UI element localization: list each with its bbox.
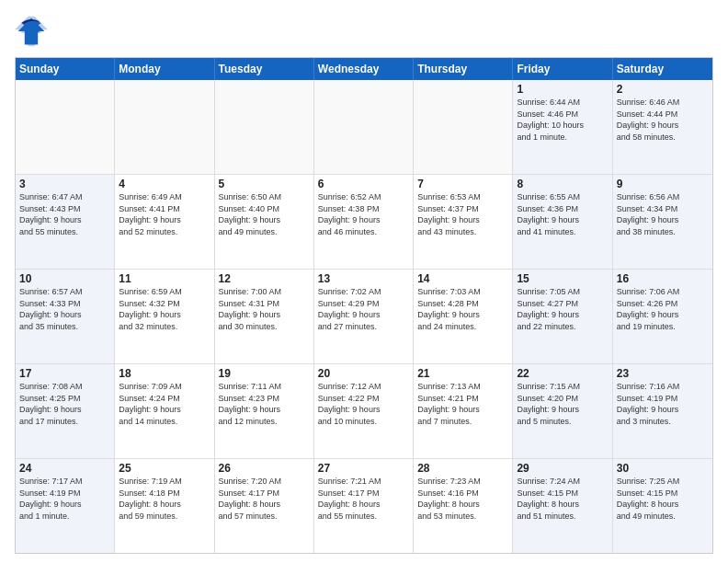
calendar-cell: 5Sunrise: 6:50 AM Sunset: 4:40 PM Daylig… [215,175,314,269]
calendar-cell: 26Sunrise: 7:20 AM Sunset: 4:17 PM Dayli… [215,459,314,553]
day-number: 2 [617,83,709,96]
calendar-cell: 11Sunrise: 6:59 AM Sunset: 4:32 PM Dayli… [115,270,214,363]
logo-icon [15,15,48,48]
calendar-cell: 10Sunrise: 6:57 AM Sunset: 4:33 PM Dayli… [16,270,115,363]
day-info: Sunrise: 6:57 AM Sunset: 4:33 PM Dayligh… [19,286,110,332]
calendar-cell: 4Sunrise: 6:49 AM Sunset: 4:41 PM Daylig… [115,175,214,269]
calendar-cell: 20Sunrise: 7:12 AM Sunset: 4:22 PM Dayli… [314,364,414,458]
day-number: 6 [318,178,409,190]
day-info: Sunrise: 6:47 AM Sunset: 4:43 PM Dayligh… [19,191,110,237]
calendar-cell: 13Sunrise: 7:02 AM Sunset: 4:29 PM Dayli… [314,270,414,363]
calendar-cell: 25Sunrise: 7:19 AM Sunset: 4:18 PM Dayli… [115,459,214,553]
day-info: Sunrise: 7:16 AM Sunset: 4:19 PM Dayligh… [617,381,709,427]
header [15,15,713,48]
day-number: 8 [517,178,608,190]
day-info: Sunrise: 7:23 AM Sunset: 4:16 PM Dayligh… [417,476,508,522]
calendar-cell: 6Sunrise: 6:52 AM Sunset: 4:38 PM Daylig… [314,175,414,269]
calendar-header-day: Tuesday [215,58,314,80]
logo [15,15,51,48]
page: SundayMondayTuesdayWednesdayThursdayFrid… [0,0,728,563]
calendar-cell: 17Sunrise: 7:08 AM Sunset: 4:25 PM Dayli… [16,364,115,458]
day-info: Sunrise: 7:06 AM Sunset: 4:26 PM Dayligh… [617,286,709,332]
day-info: Sunrise: 6:50 AM Sunset: 4:40 PM Dayligh… [219,191,310,237]
day-info: Sunrise: 7:08 AM Sunset: 4:25 PM Dayligh… [19,381,110,427]
calendar-cell: 14Sunrise: 7:03 AM Sunset: 4:28 PM Dayli… [414,270,513,363]
day-number: 21 [417,367,508,380]
day-number: 15 [517,272,608,285]
day-number: 12 [219,272,310,285]
day-number: 10 [19,272,110,285]
calendar-cell: 12Sunrise: 7:00 AM Sunset: 4:31 PM Dayli… [215,270,314,363]
calendar-cell [115,80,214,174]
calendar-cell: 22Sunrise: 7:15 AM Sunset: 4:20 PM Dayli… [513,364,612,458]
calendar-cell [16,80,115,174]
day-info: Sunrise: 7:13 AM Sunset: 4:21 PM Dayligh… [417,381,508,427]
calendar-body: 1Sunrise: 6:44 AM Sunset: 4:46 PM Daylig… [16,80,712,553]
day-number: 7 [417,178,508,190]
calendar-cell: 8Sunrise: 6:55 AM Sunset: 4:36 PM Daylig… [513,175,612,269]
calendar-cell [215,80,314,174]
day-info: Sunrise: 7:20 AM Sunset: 4:17 PM Dayligh… [219,476,310,522]
calendar-cell: 1Sunrise: 6:44 AM Sunset: 4:46 PM Daylig… [513,80,612,174]
calendar-header-day: Friday [513,58,612,80]
calendar-cell [314,80,414,174]
day-info: Sunrise: 6:46 AM Sunset: 4:44 PM Dayligh… [617,97,709,143]
calendar-cell: 28Sunrise: 7:23 AM Sunset: 4:16 PM Dayli… [414,459,513,553]
day-number: 26 [219,462,310,475]
calendar-cell: 19Sunrise: 7:11 AM Sunset: 4:23 PM Dayli… [215,364,314,458]
day-info: Sunrise: 7:05 AM Sunset: 4:27 PM Dayligh… [517,286,608,332]
calendar-cell: 2Sunrise: 6:46 AM Sunset: 4:44 PM Daylig… [613,80,712,174]
day-info: Sunrise: 6:59 AM Sunset: 4:32 PM Dayligh… [119,286,210,332]
calendar-cell: 9Sunrise: 6:56 AM Sunset: 4:34 PM Daylig… [613,175,712,269]
calendar-row: 3Sunrise: 6:47 AM Sunset: 4:43 PM Daylig… [16,175,712,270]
day-info: Sunrise: 6:52 AM Sunset: 4:38 PM Dayligh… [318,191,409,237]
day-number: 25 [119,462,210,475]
calendar-cell: 18Sunrise: 7:09 AM Sunset: 4:24 PM Dayli… [115,364,214,458]
calendar: SundayMondayTuesdayWednesdayThursdayFrid… [15,57,713,554]
day-number: 27 [318,462,409,475]
calendar-cell: 27Sunrise: 7:21 AM Sunset: 4:17 PM Dayli… [314,459,414,553]
day-info: Sunrise: 7:25 AM Sunset: 4:15 PM Dayligh… [617,476,709,522]
calendar-cell: 3Sunrise: 6:47 AM Sunset: 4:43 PM Daylig… [16,175,115,269]
calendar-cell: 23Sunrise: 7:16 AM Sunset: 4:19 PM Dayli… [613,364,712,458]
calendar-header: SundayMondayTuesdayWednesdayThursdayFrid… [16,58,712,80]
day-number: 5 [219,178,310,190]
calendar-cell: 24Sunrise: 7:17 AM Sunset: 4:19 PM Dayli… [16,459,115,553]
day-info: Sunrise: 6:53 AM Sunset: 4:37 PM Dayligh… [417,191,508,237]
day-number: 13 [318,272,409,285]
day-number: 18 [119,367,210,380]
day-info: Sunrise: 7:19 AM Sunset: 4:18 PM Dayligh… [119,476,210,522]
calendar-row: 24Sunrise: 7:17 AM Sunset: 4:19 PM Dayli… [16,459,712,553]
day-info: Sunrise: 7:00 AM Sunset: 4:31 PM Dayligh… [219,286,310,332]
day-info: Sunrise: 6:55 AM Sunset: 4:36 PM Dayligh… [517,191,608,237]
day-info: Sunrise: 7:15 AM Sunset: 4:20 PM Dayligh… [517,381,608,427]
day-number: 4 [119,178,210,190]
day-number: 28 [417,462,508,475]
calendar-cell: 21Sunrise: 7:13 AM Sunset: 4:21 PM Dayli… [414,364,513,458]
day-info: Sunrise: 7:12 AM Sunset: 4:22 PM Dayligh… [318,381,409,427]
calendar-header-day: Monday [115,58,214,80]
day-info: Sunrise: 6:44 AM Sunset: 4:46 PM Dayligh… [517,97,608,143]
day-number: 1 [517,83,608,96]
day-info: Sunrise: 7:24 AM Sunset: 4:15 PM Dayligh… [517,476,608,522]
day-number: 30 [617,462,709,475]
day-info: Sunrise: 7:09 AM Sunset: 4:24 PM Dayligh… [119,381,210,427]
day-info: Sunrise: 6:56 AM Sunset: 4:34 PM Dayligh… [617,191,709,237]
calendar-cell: 15Sunrise: 7:05 AM Sunset: 4:27 PM Dayli… [513,270,612,363]
calendar-cell: 29Sunrise: 7:24 AM Sunset: 4:15 PM Dayli… [513,459,612,553]
day-info: Sunrise: 7:11 AM Sunset: 4:23 PM Dayligh… [219,381,310,427]
day-number: 23 [617,367,709,380]
day-info: Sunrise: 7:17 AM Sunset: 4:19 PM Dayligh… [19,476,110,522]
day-number: 16 [617,272,709,285]
day-info: Sunrise: 7:02 AM Sunset: 4:29 PM Dayligh… [318,286,409,332]
calendar-cell [414,80,513,174]
day-number: 24 [19,462,110,475]
calendar-row: 10Sunrise: 6:57 AM Sunset: 4:33 PM Dayli… [16,270,712,364]
day-info: Sunrise: 7:21 AM Sunset: 4:17 PM Dayligh… [318,476,409,522]
day-number: 11 [119,272,210,285]
calendar-header-day: Wednesday [314,58,414,80]
calendar-row: 17Sunrise: 7:08 AM Sunset: 4:25 PM Dayli… [16,364,712,459]
calendar-header-day: Saturday [613,58,712,80]
day-number: 20 [318,367,409,380]
calendar-cell: 30Sunrise: 7:25 AM Sunset: 4:15 PM Dayli… [613,459,712,553]
